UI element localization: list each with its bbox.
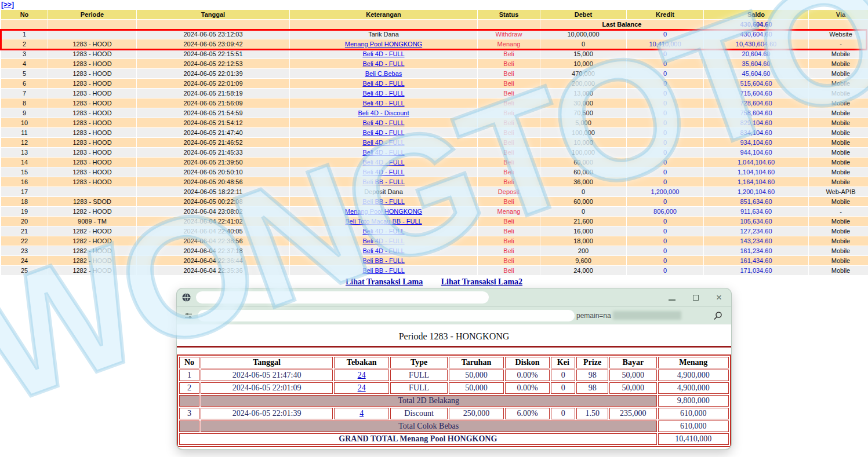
cell-no: 14 xyxy=(1,158,48,167)
redacted-url[interactable] xyxy=(198,310,575,321)
detail-cell-taruhan: 50,000 xyxy=(449,370,504,381)
cell-no: 9 xyxy=(1,108,48,118)
keterangan-link[interactable]: Menang Pool HONGKONG xyxy=(345,41,422,47)
keterangan-link[interactable]: Beli C.Bebas xyxy=(365,70,402,77)
keterangan-link[interactable]: Menang Pool HONGKONG xyxy=(345,208,422,215)
keterangan-link[interactable]: Beli 4D - FULL xyxy=(362,50,404,57)
cell-keterangan: Menang Pool HONGKONG xyxy=(290,39,477,49)
table-row: 41283 - HOOD2024-06-05 22:12:53Beli 4D -… xyxy=(1,59,868,68)
minimize-button[interactable] xyxy=(669,293,675,302)
cell-debet: 36,000 xyxy=(540,177,626,187)
keterangan-link[interactable]: Beli 4D - FULL xyxy=(362,119,404,126)
keterangan-link[interactable]: Beli 4D - FULL xyxy=(362,149,404,156)
cell-no: 12 xyxy=(1,138,48,147)
tebakan-link[interactable]: 24 xyxy=(358,383,366,392)
cell-keterangan: Beli BB - FULL xyxy=(290,256,477,265)
detail-col-header-kei: Kei xyxy=(551,357,575,368)
cell-periode: 1283 - HOOD xyxy=(48,59,136,68)
detail-row: 12024-06-05 21:47:4024FULL50,0000.00%098… xyxy=(179,370,729,381)
cell-keterangan: Beli C.Bebas xyxy=(290,69,477,78)
keterangan-link[interactable]: Beli BB - FULL xyxy=(362,198,405,205)
cell-periode: 1282 - HOOD xyxy=(48,266,136,275)
cell-keterangan: Beli 4D - FULL xyxy=(290,246,477,255)
keterangan-link[interactable]: Beli 4D - FULL xyxy=(362,100,404,107)
detail-col-header-menang: Menang xyxy=(658,357,729,368)
cell-no: 17 xyxy=(1,187,48,196)
cell-saldo: 829,104.60 xyxy=(704,118,808,127)
keterangan-link[interactable]: Beli BB - FULL xyxy=(362,178,405,185)
cell-debet: 100,000 xyxy=(540,148,626,157)
keterangan-link[interactable]: Beli 4D - FULL xyxy=(362,159,404,166)
cell-debet: 200 xyxy=(540,246,626,255)
detail-cell-diskon: 0.00% xyxy=(505,370,550,381)
detail-cell-kei: 0 xyxy=(551,408,575,419)
title-divider xyxy=(177,346,731,348)
cell-status: Beli xyxy=(478,89,540,98)
link-lihat-transaksi-lama[interactable]: Lihat Transaksi Lama xyxy=(346,277,423,286)
detail-col-header-no: No xyxy=(179,357,199,368)
keterangan-link[interactable]: Beli Toto Macau BB - FULL xyxy=(345,218,422,225)
tune-icon xyxy=(184,311,193,320)
cell-kredit: 0 xyxy=(627,217,703,226)
keterangan-link[interactable]: Beli 4D - Discount xyxy=(358,109,409,116)
cell-via: Mobile xyxy=(809,98,868,108)
cell-periode: 1283 - HOOD xyxy=(48,49,136,59)
cell-no: 11 xyxy=(1,128,48,137)
cell-saldo: 715,604.60 xyxy=(704,89,808,98)
keterangan-link[interactable]: Beli 4D - FULL xyxy=(362,90,404,97)
keterangan-link[interactable]: Beli 4D - FULL xyxy=(362,80,404,87)
keterangan-link[interactable]: Beli 4D - FULL xyxy=(362,139,404,146)
tebakan-link[interactable]: 4 xyxy=(359,409,364,418)
col-header-via: Via xyxy=(809,10,868,19)
pagination-next-link[interactable]: [>>] xyxy=(1,1,19,9)
cell-status: Beli xyxy=(478,108,540,118)
keterangan-link[interactable]: Beli 4D - FULL xyxy=(362,169,404,176)
keterangan-link[interactable]: Beli BB - FULL xyxy=(362,257,405,264)
cell-kredit: 0 xyxy=(627,59,703,68)
keterangan-link[interactable]: Beli BB - FULL xyxy=(362,267,405,274)
keterangan-link[interactable]: Beli 4D - FULL xyxy=(362,237,404,244)
cell-kredit: 0 xyxy=(627,148,703,157)
maximize-button[interactable] xyxy=(693,293,699,302)
detail-cell-type: FULL xyxy=(390,370,448,381)
keterangan-link[interactable]: Beli 4D - FULL xyxy=(362,228,404,235)
window-controls: × xyxy=(669,293,722,302)
cell-periode: 1282 - HOOD xyxy=(48,207,136,216)
cell-kredit: 0 xyxy=(627,158,703,167)
link-lihat-transaksi-lama2[interactable]: Lihat Transaksi Lama2 xyxy=(441,277,522,286)
cell-keterangan: Beli Toto Macau BB - FULL xyxy=(290,217,477,226)
cell-tanggal: 2024-06-04 23:08:02 xyxy=(137,207,289,216)
search-icon[interactable] xyxy=(713,310,723,321)
cell-saldo: 171,034.60 xyxy=(704,266,808,275)
keterangan-link[interactable]: Beli 4D - FULL xyxy=(362,60,404,67)
cell-debet: 470,000 xyxy=(540,69,626,78)
keterangan-link[interactable]: Beli 4D - FULL xyxy=(362,129,404,136)
cell-saldo: 834,104.60 xyxy=(704,128,808,137)
detail-cell-type: Discount xyxy=(390,408,448,419)
table-row: 111283 - HOOD2024-06-05 21:47:40Beli 4D … xyxy=(1,128,868,137)
cell-debet: 18,000 xyxy=(540,236,626,246)
cell-tanggal: 2024-06-05 18:22:11 xyxy=(137,187,289,196)
cell-status: Beli xyxy=(478,79,540,88)
detail-cell-tebakan: 4 xyxy=(334,408,389,419)
total-value: 9,800,000 xyxy=(658,395,729,407)
cell-periode xyxy=(48,187,136,196)
cell-keterangan: Beli 4D - FULL xyxy=(290,128,477,137)
cell-via: Mobile xyxy=(809,236,868,246)
table-row: 101283 - HOOD2024-06-05 21:54:12Beli 4D … xyxy=(1,118,868,127)
table-row: 12024-06-05 23:12:03Tarik DanaWithdraw10… xyxy=(1,30,868,39)
table-row: 121283 - HOOD2024-06-05 21:46:52Beli 4D … xyxy=(1,138,868,147)
cell-periode: 1282 - HOOD xyxy=(48,246,136,255)
keterangan-link[interactable]: Beli 4D - FULL xyxy=(362,247,404,254)
cell-debet: 0 xyxy=(540,187,626,196)
cell-periode: 1283 - SDOD xyxy=(48,197,136,206)
close-button[interactable]: × xyxy=(716,293,722,302)
tebakan-link[interactable]: 24 xyxy=(358,371,366,379)
cell-kredit: 0 xyxy=(627,30,703,39)
detail-col-header-tebakan: Tebakan xyxy=(334,357,389,368)
cell-debet: 0 xyxy=(540,39,626,49)
cell-keterangan: Beli 4D - FULL xyxy=(290,118,477,127)
cell-status: Beli xyxy=(478,49,540,59)
cell-status: Beli xyxy=(478,69,540,78)
cell-debet: 100,000 xyxy=(540,128,626,137)
